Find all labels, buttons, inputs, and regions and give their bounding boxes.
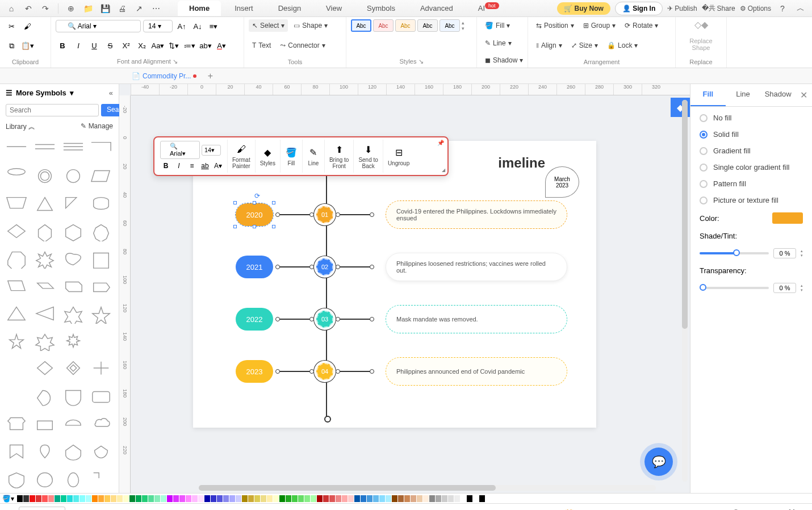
color-chip[interactable] (79, 495, 85, 502)
color-chip[interactable] (111, 495, 116, 502)
ctx-styles[interactable]: ◆Styles (256, 140, 281, 173)
shape-item[interactable] (89, 412, 113, 436)
bullets-icon[interactable]: ≔▾ (183, 39, 196, 52)
color-chip[interactable] (136, 495, 141, 502)
shape-item[interactable] (33, 247, 57, 271)
increase-font-icon[interactable]: A↑ (175, 19, 189, 33)
color-chip[interactable] (342, 495, 348, 502)
shape-item[interactable] (5, 467, 28, 491)
color-chip[interactable] (92, 495, 98, 502)
shape-item[interactable] (61, 467, 85, 491)
color-chip[interactable] (417, 495, 422, 502)
canvas-page[interactable]: imeline March 2023 2020⟳ 01 Covid-19 ent… (193, 141, 596, 428)
ctx-send-back[interactable]: ⬇Send to Back (354, 140, 383, 173)
shade-spinner[interactable]: ▴▾ (801, 249, 803, 258)
shape-item[interactable] (61, 137, 85, 161)
tab-ai[interactable]: AIhot (467, 1, 510, 16)
step-circle[interactable]: 03 (316, 311, 333, 328)
shape-item[interactable] (61, 439, 85, 463)
color-chip[interactable] (236, 495, 241, 502)
year-pill[interactable]: 2022 (236, 308, 273, 331)
line-dropdown[interactable]: ✎ Line ▾ (482, 37, 523, 49)
style-swatch-2[interactable]: Abc (373, 19, 394, 32)
shape-item[interactable] (33, 302, 57, 326)
year-pill[interactable]: 2021 (236, 256, 273, 278)
shape-item[interactable] (89, 384, 113, 408)
color-chip[interactable] (148, 495, 154, 502)
position-dropdown[interactable]: ⇆ Position▾ (533, 19, 577, 32)
shape-item[interactable] (5, 302, 28, 326)
color-chip[interactable] (423, 495, 429, 502)
shape-item[interactable] (89, 220, 113, 244)
case-icon[interactable]: Aa▾ (151, 39, 165, 52)
open-icon[interactable]: 📁 (81, 2, 95, 15)
horizontal-scrollbar[interactable] (199, 485, 656, 491)
shape-item[interactable] (89, 439, 113, 463)
document-tab[interactable]: 📄 Commodity Pr... (125, 70, 203, 82)
color-chip[interactable] (273, 495, 279, 502)
color-chip[interactable] (398, 495, 404, 502)
shape-item[interactable] (61, 302, 85, 326)
shape-item[interactable] (61, 247, 85, 271)
color-chip[interactable] (473, 495, 479, 502)
resize-grip-icon[interactable]: ◢ (442, 168, 445, 173)
color-chip[interactable] (336, 495, 341, 502)
color-chip[interactable] (229, 495, 235, 502)
description-box[interactable]: Covid-19 entered the Philippines. Lockdo… (386, 200, 567, 229)
shape-item[interactable] (33, 412, 57, 436)
color-chip[interactable] (211, 495, 216, 502)
color-chip[interactable] (361, 495, 366, 502)
shape-item[interactable] (5, 329, 28, 353)
ctx-align-icon[interactable]: ≡ (186, 160, 198, 172)
tab-view[interactable]: View (315, 1, 353, 16)
color-chip[interactable] (392, 495, 397, 502)
color-chip[interactable] (36, 495, 41, 502)
color-chip[interactable] (42, 495, 48, 502)
color-chip[interactable] (104, 495, 110, 502)
format-painter-icon[interactable]: 🖌 (20, 19, 34, 33)
strike-icon[interactable]: S (103, 39, 117, 52)
shape-item[interactable] (5, 412, 28, 436)
shape-item[interactable] (61, 165, 85, 189)
color-chip[interactable] (461, 495, 466, 502)
transparency-spinner[interactable]: ▴▾ (801, 283, 803, 292)
tab-design[interactable]: Design (267, 1, 312, 16)
color-chip[interactable] (161, 495, 166, 502)
color-chip[interactable] (61, 495, 66, 502)
color-chip[interactable] (142, 495, 148, 502)
color-chip[interactable] (204, 495, 210, 502)
style-swatch-1[interactable]: Abc (351, 19, 371, 32)
color-chip[interactable] (373, 495, 379, 502)
shape-item[interactable] (33, 384, 57, 408)
shape-item[interactable] (61, 193, 85, 216)
timeline-title[interactable]: imeline (498, 155, 545, 171)
radio-solid-fill[interactable]: Solid fill (700, 130, 803, 139)
font-color-icon[interactable]: A▾ (215, 39, 228, 52)
buy-now-button[interactable]: 🛒 Buy Now (557, 2, 610, 15)
print-icon[interactable]: 🖨 (115, 2, 129, 15)
color-chip[interactable] (348, 495, 354, 502)
color-chip[interactable] (261, 495, 266, 502)
decrease-font-icon[interactable]: A↓ (191, 19, 204, 33)
fill-dropdown[interactable]: 🪣 Fill ▾ (482, 19, 523, 32)
color-chip[interactable] (311, 495, 316, 502)
new-icon[interactable]: ⊕ (64, 2, 78, 15)
bold-icon[interactable]: B (56, 39, 69, 52)
home-icon[interactable]: ⌂ (5, 2, 18, 15)
color-chip[interactable] (448, 495, 454, 502)
style-scroll[interactable]: ▴▾ (462, 20, 464, 31)
radio-gradient-fill[interactable]: Gradient fill (700, 147, 803, 155)
shape-item[interactable] (5, 137, 28, 161)
manage-link[interactable]: ✎ Manage (81, 122, 113, 132)
collapse-ribbon-icon[interactable]: ︿ (794, 2, 807, 15)
step-circle[interactable]: 04 (316, 363, 333, 380)
align-dropdown[interactable]: ⫴ Align▾ (533, 39, 566, 52)
color-chip[interactable] (117, 495, 123, 502)
underline-icon[interactable]: U (87, 39, 101, 52)
shape-item[interactable] (5, 357, 28, 381)
publish-link[interactable]: ✈ Publish (667, 5, 697, 12)
color-chip[interactable] (436, 495, 441, 502)
color-chip[interactable] (429, 495, 435, 502)
color-chip[interactable] (323, 495, 329, 502)
ctx-size-select[interactable]: 14▾ (202, 145, 221, 156)
